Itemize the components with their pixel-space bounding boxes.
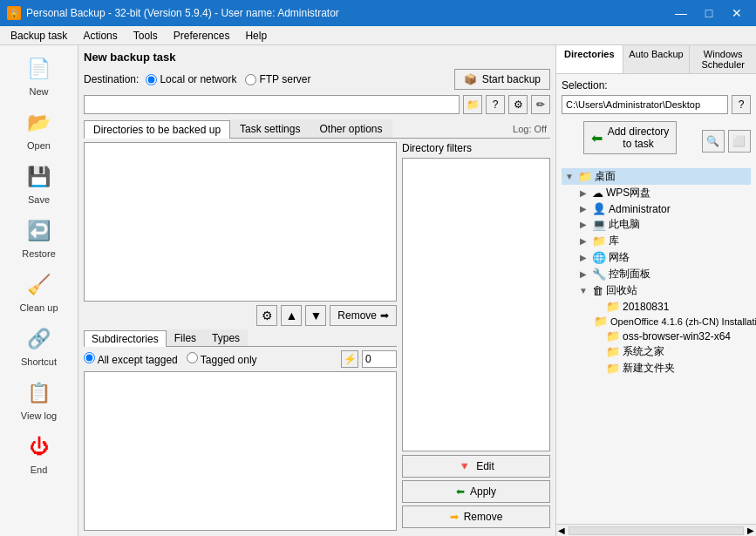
close-button[interactable]: ✕: [725, 4, 749, 22]
tree-item-admin[interactable]: ▶ 👤 Administrator: [576, 201, 751, 216]
path-folder-button[interactable]: 📁: [463, 95, 482, 114]
add-dir-label: Add directory to task: [608, 126, 670, 150]
menu-help[interactable]: Help: [238, 28, 274, 44]
ftp-server-radio[interactable]: [245, 74, 256, 85]
tree-item-systemhome[interactable]: 📁 系统之家: [589, 343, 751, 360]
tool-viewlog[interactable]: 📋 View log: [6, 373, 72, 425]
right-sidebar: Directories Auto Backup Windows Schedule…: [555, 45, 756, 536]
tree-item-thispc[interactable]: ▶ 💻 此电脑: [576, 216, 751, 233]
tree-item-wps[interactable]: ▶ ☁ WPS网盘: [576, 185, 751, 201]
filter-remove-button[interactable]: ➡ Remove: [402, 505, 550, 528]
save-icon: 💾: [24, 161, 55, 193]
tagged-only-label: Tagged only: [201, 354, 257, 366]
path-edit-button[interactable]: ✏: [531, 95, 550, 114]
subtab-types[interactable]: Types: [204, 329, 248, 346]
app-icon: 🔒: [7, 6, 21, 20]
all-except-tagged-radio[interactable]: [84, 352, 95, 363]
main-content: New backup task Destination: Local or ne…: [78, 45, 555, 536]
ftp-server-option[interactable]: FTP server: [245, 73, 310, 85]
scroll-track[interactable]: [569, 526, 744, 535]
tree-item-oss[interactable]: 📁 oss-browser-win32-x64: [589, 329, 751, 343]
local-network-radio[interactable]: [146, 74, 157, 85]
end-icon: ⏻: [24, 431, 55, 463]
sidebar-tabs: Directories Auto Backup Windows Schedule…: [556, 45, 756, 74]
sidebar-scrollbar[interactable]: ◀ ▶: [556, 524, 756, 536]
count-input[interactable]: [362, 350, 397, 368]
filters-list[interactable]: [402, 158, 550, 451]
subdirs-list[interactable]: [84, 371, 397, 531]
tool-save[interactable]: 💾 Save: [6, 157, 72, 209]
settings-btn[interactable]: ⚙: [256, 305, 277, 326]
scroll-left-arrow[interactable]: ◀: [556, 526, 567, 535]
tool-cleanup[interactable]: 🧹 Clean up: [6, 265, 72, 317]
zoom-in-button[interactable]: 🔍: [702, 130, 725, 153]
tagged-only-option[interactable]: Tagged only: [187, 352, 257, 366]
directories-list[interactable]: [84, 142, 397, 302]
menu-bar: Backup task Actions Tools Preferences He…: [0, 26, 756, 45]
open-icon: 📂: [24, 107, 55, 139]
filter-apply-icon: ⬅: [456, 485, 465, 498]
title-bar: 🔒 Personal Backup - 32-bit (Version 5.9.…: [0, 0, 756, 26]
menu-backup-task[interactable]: Backup task: [3, 28, 74, 44]
tool-open[interactable]: 📂 Open: [6, 103, 72, 155]
tree-item-openoffice[interactable]: 📁 OpenOffice 4.1.6 (zh-CN) Installation …: [589, 314, 751, 329]
directory-tree: ▼ 📁 桌面 ▶ ☁ WPS网盘 ▶ 👤 Administrator: [562, 168, 751, 377]
tool-end-label: End: [31, 465, 48, 475]
tool-shortcut-label: Shortcut: [21, 356, 57, 367]
two-panel-area: ⚙ ▲ ▼ Remove ➡ Subdirectories Files Type…: [84, 142, 550, 531]
remove-dir-button[interactable]: Remove ➡: [330, 305, 397, 326]
move-down-button[interactable]: ▼: [305, 305, 326, 326]
tree-item-control-panel[interactable]: ▶ 🔧 控制面板: [576, 266, 751, 282]
path-settings-button[interactable]: ⚙: [508, 95, 528, 114]
subtab-files[interactable]: Files: [167, 329, 204, 346]
maximize-button[interactable]: □: [697, 4, 721, 22]
tree-item-library[interactable]: ▶ 📁 库: [576, 233, 751, 249]
sidebar-tab-scheduler[interactable]: Windows Scheduler: [690, 45, 756, 73]
tree-item-desktop[interactable]: ▼ 📁 桌面: [562, 168, 751, 185]
scroll-right-arrow[interactable]: ▶: [746, 526, 756, 535]
tab-other-options[interactable]: Other options: [310, 119, 392, 138]
restore-icon: ↩️: [24, 215, 55, 247]
minimize-button[interactable]: —: [669, 4, 693, 22]
zoom-out-button[interactable]: ⬜: [728, 130, 751, 153]
tool-restore[interactable]: ↩️ Restore: [6, 211, 72, 263]
filter-edit-button[interactable]: 🔻 Edit: [402, 455, 550, 478]
move-up-button[interactable]: ▲: [281, 305, 302, 326]
tool-end[interactable]: ⏻ End: [6, 427, 72, 479]
log-info: Log: Off: [513, 124, 550, 134]
local-network-label: Local or network: [160, 73, 236, 85]
tree-item-recycle[interactable]: ▼ 🗑 回收站: [576, 282, 751, 299]
menu-tools[interactable]: Tools: [126, 28, 165, 44]
subtab-subdirectories[interactable]: Subdirectories: [84, 330, 167, 347]
tab-directories[interactable]: Directories to be backed up: [84, 120, 230, 139]
filter-edit-icon: 🔻: [458, 460, 471, 472]
menu-preferences[interactable]: Preferences: [167, 28, 237, 44]
refresh-button[interactable]: ⚡: [341, 350, 358, 368]
tool-shortcut[interactable]: 🔗 Shortcut: [6, 319, 72, 371]
tool-cleanup-label: Clean up: [19, 302, 58, 313]
browse-button[interactable]: ?: [732, 95, 751, 114]
start-backup-button[interactable]: 📦 Start backup: [454, 69, 550, 90]
tool-new[interactable]: 📄 New: [6, 49, 72, 101]
menu-actions[interactable]: Actions: [76, 28, 124, 44]
tree-item-newfolder[interactable]: 📁 新建文件夹: [589, 360, 751, 377]
sidebar-tab-directories[interactable]: Directories: [556, 45, 623, 73]
tree-item-20180831[interactable]: 📁 20180831: [589, 299, 751, 314]
filter-apply-button[interactable]: ⬅ Apply: [402, 480, 550, 503]
sidebar-tab-autobackup[interactable]: Auto Backup: [623, 45, 691, 73]
count-row: ⚡: [341, 350, 397, 368]
all-except-tagged-option[interactable]: All except tagged: [84, 352, 178, 366]
tool-new-label: New: [29, 86, 48, 97]
path-help-button[interactable]: ?: [486, 95, 505, 114]
left-panel: ⚙ ▲ ▼ Remove ➡ Subdirectories Files Type…: [84, 142, 397, 531]
tagged-only-radio[interactable]: [187, 352, 198, 363]
tree-item-network[interactable]: ▶ 🌐 网络: [576, 249, 751, 266]
selection-path-input[interactable]: [562, 95, 728, 114]
tool-save-label: Save: [28, 194, 50, 205]
local-network-option[interactable]: Local or network: [146, 73, 236, 85]
path-input[interactable]: [84, 95, 460, 114]
filter-remove-label: Remove: [464, 511, 503, 523]
right-panel: Directory filters 🔻 Edit ⬅ Apply ➡ Remov…: [402, 142, 550, 531]
add-directory-button[interactable]: ⬅ Add directory to task: [583, 121, 678, 154]
tab-task-settings[interactable]: Task settings: [230, 119, 310, 138]
